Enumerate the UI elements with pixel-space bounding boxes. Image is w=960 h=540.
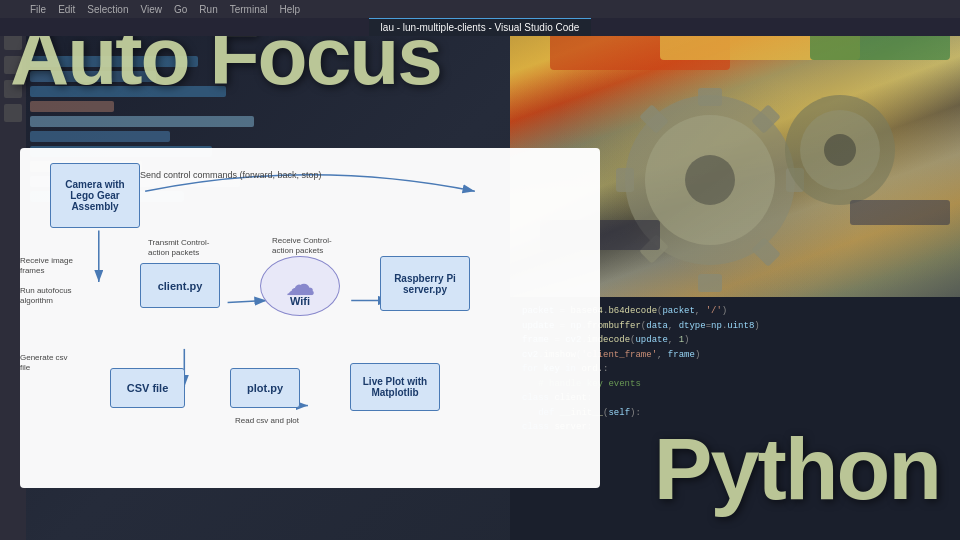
node-csv: CSV file (110, 368, 185, 408)
sidebar-extensions-icon[interactable] (4, 104, 22, 122)
menu-go[interactable]: Go (174, 4, 187, 15)
title-bar: lau - lun-multiple-clients - Visual Stud… (0, 18, 960, 36)
menu-terminal[interactable]: Terminal (230, 4, 268, 15)
node-client: client.py (140, 263, 220, 308)
node-raspberry-pi: Raspberry Pi server.py (380, 256, 470, 311)
label-read-csv: Read csv and plot (235, 416, 299, 426)
menu-edit[interactable]: Edit (58, 4, 75, 15)
label-receive-ctrl: Receive Control-action packets (272, 236, 340, 257)
svg-line-28 (228, 300, 267, 302)
label-run-algo: Run autofocus algorithm (20, 286, 75, 307)
menu-view[interactable]: View (141, 4, 163, 15)
menu-selection[interactable]: Selection (87, 4, 128, 15)
active-tab[interactable]: lau - lun-multiple-clients - Visual Stud… (369, 18, 592, 36)
menu-help[interactable]: Help (280, 4, 301, 15)
label-receive-frames: Receive image frames (20, 256, 75, 277)
label-generate-csv: Generate csv file (20, 353, 80, 374)
system-diagram: Camera with Lego Gear Assembly client.py… (20, 148, 600, 488)
node-live-plot: Live Plot with Matplotlib (350, 363, 440, 411)
python-title: Python (654, 418, 940, 520)
node-wifi: ☁ Wifi (260, 256, 340, 316)
menu-bar: File Edit Selection View Go Run Terminal… (0, 0, 960, 18)
menu-run[interactable]: Run (199, 4, 217, 15)
node-camera: Camera with Lego Gear Assembly (50, 163, 140, 228)
menu-file[interactable]: File (30, 4, 46, 15)
label-transmit: Transmit Control-action packets (148, 238, 223, 259)
label-send-commands: Send control commands (forward, back, st… (140, 170, 322, 182)
node-plot: plot.py (230, 368, 300, 408)
